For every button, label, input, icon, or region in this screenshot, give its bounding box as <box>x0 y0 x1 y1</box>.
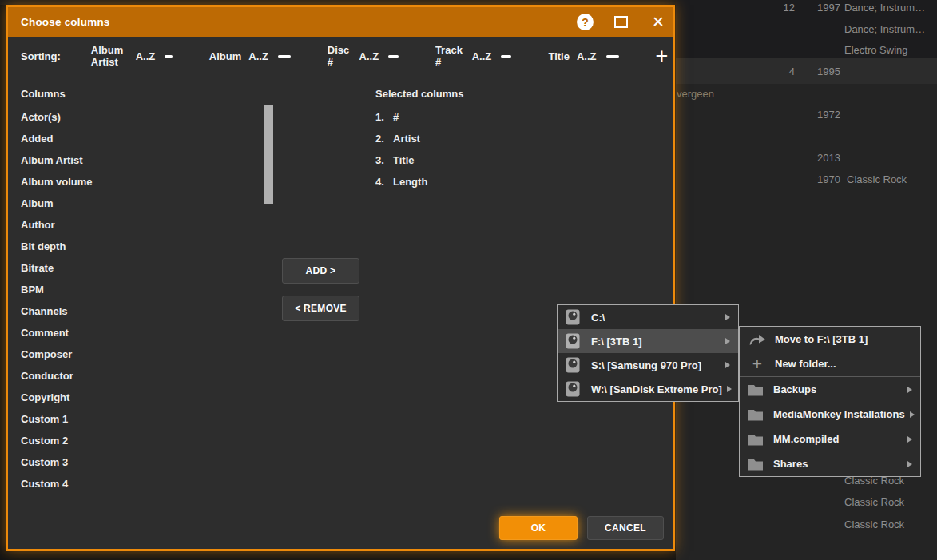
sort-field: Track # <box>435 44 465 68</box>
sort-chip-disc[interactable]: Disc # A..Z <box>328 44 399 68</box>
menu-item-label: MediaMonkey Installations <box>773 408 905 420</box>
menu-item-drive-s[interactable]: S:\ [Samsung 970 Pro] <box>558 353 738 377</box>
list-item[interactable]: 3. Title <box>375 149 607 171</box>
list-item[interactable]: Actor(s) <box>21 106 252 128</box>
submenu-arrow-icon <box>907 461 912 467</box>
menu-item-label: Backups <box>773 383 816 395</box>
menu-item-label: W:\ [SanDisk Extreme Pro] <box>591 383 722 395</box>
selected-columns-list: 1. # 2. Artist 3. Title 4. Length <box>375 106 607 193</box>
sort-chip-track[interactable]: Track # A..Z <box>435 44 512 68</box>
list-item[interactable]: Bit depth <box>21 236 252 257</box>
help-icon[interactable]: ? <box>577 14 594 30</box>
submenu-arrow-icon <box>725 338 730 344</box>
menu-item-folder-backups[interactable]: Backups <box>740 377 920 402</box>
folder-icon <box>748 458 764 471</box>
bg-genre: Classic Rock <box>844 518 904 531</box>
sort-field: Title <box>548 50 570 62</box>
selected-columns-header: Selected columns <box>375 88 464 100</box>
submenu-arrow-icon <box>907 387 912 393</box>
remove-sort-icon[interactable] <box>606 55 619 58</box>
bg-genre: Dance; Instrum… <box>844 2 925 14</box>
list-item[interactable]: Comment <box>21 322 252 344</box>
sort-order: A..Z <box>577 50 597 62</box>
list-item[interactable]: 4. Length <box>375 171 607 193</box>
list-item[interactable]: Author <box>21 214 252 236</box>
folder-icon <box>748 383 764 396</box>
sort-field: Album <box>209 50 241 62</box>
remove-sort-icon[interactable] <box>165 55 173 58</box>
maximize-icon[interactable] <box>614 16 628 28</box>
hard-drive-icon <box>566 381 580 397</box>
menu-item-move-to[interactable]: Move to F:\ [3TB 1] <box>740 327 920 351</box>
cancel-button[interactable]: CANCEL <box>587 516 664 540</box>
menu-item-folder-mediamonkey-installations[interactable]: MediaMonkey Installations <box>740 402 920 427</box>
menu-item-folder-mm-compiled[interactable]: MM.compiled <box>740 427 920 451</box>
menu-item-label: S:\ [Samsung 970 Pro] <box>591 359 701 371</box>
item-label: Length <box>393 171 427 193</box>
remove-sort-icon[interactable] <box>278 55 291 58</box>
list-item[interactable]: Custom 4 <box>21 473 252 494</box>
item-label: Title <box>393 149 415 171</box>
dialog-titlebar[interactable]: Choose columns ? ✕ <box>8 7 673 37</box>
item-number: 4. <box>375 171 393 193</box>
menu-item-new-folder[interactable]: + New folder... <box>740 351 920 376</box>
menu-item-folder-shares[interactable]: Shares <box>740 451 920 476</box>
menu-item-label: New folder... <box>775 358 836 370</box>
menu-item-label: MM.compiled <box>773 433 839 445</box>
remove-sort-icon[interactable] <box>501 55 511 58</box>
item-label: # <box>393 106 399 128</box>
list-item[interactable]: Custom 2 <box>21 430 252 451</box>
list-item[interactable]: Conductor <box>21 365 252 387</box>
list-item[interactable]: Custom 3 <box>21 451 252 473</box>
sort-order: A..Z <box>359 50 379 62</box>
columns-list-scrollbar[interactable] <box>264 105 273 204</box>
list-item[interactable]: Bitrate <box>21 257 252 279</box>
list-item[interactable]: Added <box>21 128 252 149</box>
columns-header: Columns <box>21 88 66 100</box>
submenu-arrow-icon <box>725 362 730 368</box>
remove-button[interactable]: < REMOVE <box>282 296 359 321</box>
sort-chip-album-artist[interactable]: Album Artist A..Z <box>91 44 173 68</box>
item-number: 3. <box>375 149 393 171</box>
plus-icon: + <box>748 357 767 371</box>
sort-chip-album[interactable]: Album A..Z <box>209 50 291 62</box>
list-item[interactable]: Album volume <box>21 171 252 193</box>
menu-item-label: Shares <box>773 458 808 470</box>
menu-item-label: C:\ <box>591 312 605 324</box>
list-item[interactable]: BPM <box>21 279 252 300</box>
list-item[interactable]: 2. Artist <box>375 128 607 149</box>
add-sort-icon[interactable]: + <box>656 48 669 64</box>
list-item[interactable]: Copyright <box>21 387 252 408</box>
hard-drive-icon <box>566 309 580 325</box>
item-number: 1. <box>375 106 393 128</box>
bg-year: 2013 <box>808 152 840 165</box>
move-arrow-icon <box>748 333 767 346</box>
item-number: 2. <box>375 128 393 149</box>
menu-item-drive-c[interactable]: C:\ <box>558 305 738 329</box>
ok-button[interactable]: OK <box>499 516 578 540</box>
bg-genre: Classic Rock <box>844 496 904 509</box>
list-item[interactable]: Album <box>21 193 252 214</box>
list-item[interactable]: Custom 1 <box>21 408 252 430</box>
sort-chip-title[interactable]: Title A..Z <box>548 50 618 62</box>
list-item[interactable]: Composer <box>21 344 252 365</box>
list-item[interactable]: Channels <box>21 300 252 322</box>
available-columns-list: Actor(s) Added Album Artist Album volume… <box>21 106 252 494</box>
hard-drive-icon <box>566 357 580 373</box>
close-icon[interactable]: ✕ <box>649 12 668 31</box>
add-button[interactable]: ADD > <box>282 258 359 284</box>
submenu-arrow-icon <box>725 314 730 320</box>
menu-item-label: Move to F:\ [3TB 1] <box>775 333 868 345</box>
menu-item-drive-f[interactable]: F:\ [3TB 1] <box>558 329 738 353</box>
folder-icon <box>748 433 764 446</box>
bg-album-partial: vergeen <box>677 88 714 101</box>
menu-item-drive-w[interactable]: W:\ [SanDisk Extreme Pro] <box>558 377 738 401</box>
submenu-arrow-icon <box>910 411 915 418</box>
bg-year: 1970 <box>808 173 840 186</box>
list-item[interactable]: 1. # <box>375 106 607 128</box>
submenu-arrow-icon <box>907 436 912 443</box>
list-item[interactable]: Album Artist <box>21 149 252 171</box>
drive-context-menu: C:\ F:\ [3TB 1] S:\ [Samsung 970 Pro] W:… <box>557 304 739 402</box>
remove-sort-icon[interactable] <box>388 55 399 58</box>
hard-drive-icon <box>566 333 580 349</box>
